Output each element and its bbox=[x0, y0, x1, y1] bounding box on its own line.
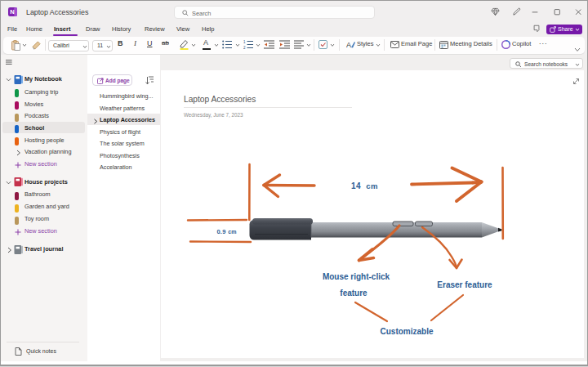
svg-text:feature: feature bbox=[340, 289, 368, 298]
svg-text:14: 14 bbox=[351, 181, 361, 190]
svg-text:Mouse right-click: Mouse right-click bbox=[323, 272, 390, 281]
svg-text:1: 1 bbox=[243, 40, 246, 44]
svg-text:cm: cm bbox=[228, 229, 237, 235]
svg-text:Customizable: Customizable bbox=[380, 327, 433, 336]
svg-text:Eraser feature: Eraser feature bbox=[437, 280, 492, 289]
svg-text:cm: cm bbox=[366, 181, 377, 190]
svg-text:2: 2 bbox=[243, 46, 246, 49]
svg-text:A: A bbox=[346, 41, 351, 49]
svg-text:N: N bbox=[10, 8, 14, 16]
svg-text:0.9: 0.9 bbox=[216, 228, 225, 235]
